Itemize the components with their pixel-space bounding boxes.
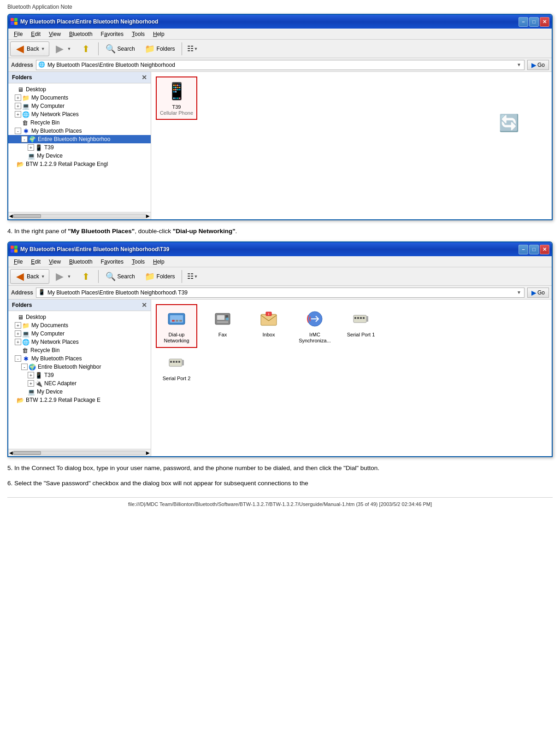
tree-item-btw-1[interactable]: 📂 BTW 1.2.2.9 Retail Package Engl — [8, 160, 151, 168]
expand-neighborhood-2[interactable]: - — [21, 364, 28, 370]
menu-help-2[interactable]: Help — [149, 258, 168, 266]
forward-button-1[interactable]: ▶ ▼ — [50, 41, 76, 56]
folder-tree-1[interactable]: 🖥 Desktop + 📁 My Documents + 💻 My Comput… — [8, 83, 151, 212]
menu-favorites-1[interactable]: Favorites — [97, 30, 127, 38]
scrollbar-area-1[interactable]: ◀ ▶ — [8, 212, 151, 219]
address-dropdown-arrow-1[interactable]: ▼ — [516, 62, 522, 67]
expand-nec-2[interactable]: + — [28, 380, 34, 387]
go-button-1[interactable]: ▶ Go — [527, 60, 549, 70]
menu-bluetooth-2[interactable]: Bluetooth — [65, 258, 96, 266]
scroll-right-btn-1[interactable]: ▶ — [146, 213, 150, 218]
folder-tree-2[interactable]: 🖥 Desktop + 📁 My Documents + 💻 My Comput… — [8, 311, 151, 449]
tree-item-desktop-1[interactable]: 🖥 Desktop — [8, 85, 151, 94]
expand-mycomputer-1[interactable]: + — [15, 103, 21, 109]
tree-item-recycle-1[interactable]: 🗑 Recycle Bin — [8, 118, 151, 127]
address-input-1[interactable]: 🌐 My Bluetooth Places\Entire Bluetooth N… — [36, 60, 525, 70]
scroll-left-btn-1[interactable]: ◀ — [9, 213, 13, 218]
minimize-button-1[interactable]: – — [519, 17, 528, 27]
expand-neighborhood-1[interactable]: - — [21, 136, 28, 142]
tree-item-mydevice-1[interactable]: 💻 My Device — [8, 152, 151, 160]
right-pane-2[interactable]: Dial-upNetworking Fax — [151, 300, 552, 456]
search-button-1[interactable]: 🔍 Search — [101, 41, 139, 56]
expand-t39-2[interactable]: + — [28, 372, 34, 378]
file-item-serial1[interactable]: Serial Port 1 — [340, 304, 382, 341]
close-button-2[interactable]: ✕ — [540, 245, 549, 254]
tree-item-mydevice-2[interactable]: 💻 My Device — [8, 388, 151, 396]
menu-edit-1[interactable]: Edit — [27, 30, 44, 38]
back-dropdown-icon-2[interactable]: ▼ — [41, 274, 45, 279]
address-text-2: My Bluetooth Places\Entire Bluetooth Nei… — [47, 289, 514, 296]
back-button-1[interactable]: ◀ Back ▼ — [10, 41, 49, 56]
tree-item-mydocs-1[interactable]: + 📁 My Documents — [8, 94, 151, 102]
menu-tools-2[interactable]: Tools — [128, 258, 148, 266]
h-scrollbar-2[interactable] — [13, 451, 146, 455]
search-button-2[interactable]: 🔍 Search — [101, 269, 139, 284]
menu-help-1[interactable]: Help — [149, 30, 168, 38]
tree-item-t39-1[interactable]: + 📱 T39 — [8, 143, 151, 152]
menu-tools-1[interactable]: Tools — [128, 30, 148, 38]
menu-bluetooth-1[interactable]: Bluetooth — [65, 30, 96, 38]
tree-item-mydocs-2[interactable]: + 📁 My Documents — [8, 321, 151, 329]
expand-bluetooth-1[interactable]: - — [15, 128, 21, 134]
file-item-serial2[interactable]: Serial Port 2 — [156, 348, 197, 385]
address-input-2[interactable]: 📱 My Bluetooth Places\Entire Bluetooth N… — [36, 288, 525, 298]
tree-item-mycomputer-1[interactable]: + 💻 My Computer — [8, 102, 151, 110]
tree-item-recycle-2[interactable]: 🗑 Recycle Bin — [8, 346, 151, 354]
maximize-button-1[interactable]: □ — [529, 17, 539, 27]
up-button-2[interactable]: ⬆ — [77, 269, 96, 284]
menu-file-2[interactable]: File — [10, 258, 26, 266]
right-pane-1[interactable]: 📱 T39Cellular Phone 🔄 — [151, 72, 552, 219]
folders-button-1[interactable]: 📁 Folders — [140, 41, 179, 56]
minimize-button-2[interactable]: – — [519, 245, 528, 254]
views-dropdown-icon-2[interactable]: ▼ — [194, 274, 198, 279]
tree-item-neighborhood-1[interactable]: - 🌍 Entire Bluetooth Neighborhoo — [8, 135, 151, 143]
expand-bluetooth-2[interactable]: - — [15, 355, 21, 362]
tree-item-desktop-2[interactable]: 🖥 Desktop — [8, 313, 151, 321]
menu-view-1[interactable]: View — [45, 30, 65, 38]
tree-item-network-2[interactable]: + 🌐 My Network Places — [8, 338, 151, 346]
views-button-1[interactable]: ☷ ▼ — [184, 42, 201, 55]
close-button-1[interactable]: ✕ — [540, 17, 549, 27]
file-item-t39[interactable]: 📱 T39Cellular Phone — [156, 76, 197, 120]
tree-item-network-1[interactable]: + 🌐 My Network Places — [8, 110, 151, 118]
menu-file-1[interactable]: File — [10, 30, 26, 38]
file-item-dialup[interactable]: Dial-upNetworking — [156, 304, 197, 347]
folders-button-2[interactable]: 📁 Folders — [140, 269, 179, 284]
views-button-2[interactable]: ☷ ▼ — [184, 270, 201, 282]
expand-mydocs-2[interactable]: + — [15, 322, 21, 329]
expand-mydocs-1[interactable]: + — [15, 94, 21, 101]
tree-item-neighborhood-2[interactable]: - 🌍 Entire Bluetooth Neighbor — [8, 363, 151, 371]
h-scrollbar-1[interactable] — [13, 214, 146, 218]
menu-favorites-2[interactable]: Favorites — [97, 258, 127, 266]
expand-network-1[interactable]: + — [15, 111, 21, 118]
tree-item-bluetooth-2[interactable]: - ✱ My Bluetooth Places — [8, 354, 151, 363]
expand-mycomputer-2[interactable]: + — [15, 330, 21, 337]
forward-button-2[interactable]: ▶ ▼ — [50, 269, 76, 284]
menu-view-2[interactable]: View — [45, 258, 65, 266]
folders-close-button-2[interactable]: ✕ — [141, 301, 147, 309]
file-item-irmc[interactable]: IrMCSynchroniza... — [294, 304, 336, 347]
go-button-2[interactable]: ▶ Go — [527, 288, 549, 298]
views-dropdown-icon[interactable]: ▼ — [194, 47, 198, 51]
forward-dropdown-icon[interactable]: ▼ — [67, 47, 71, 51]
back-button-2[interactable]: ◀ Back ▼ — [10, 269, 49, 284]
file-item-fax[interactable]: Fax — [202, 304, 243, 341]
address-dropdown-arrow-2[interactable]: ▼ — [516, 290, 522, 295]
tree-item-bluetooth-1[interactable]: - ✱ My Bluetooth Places — [8, 127, 151, 135]
tree-item-btw-2[interactable]: 📂 BTW 1.2.2.9 Retail Package E — [8, 396, 151, 404]
tree-item-t39-2[interactable]: + 📱 T39 — [8, 371, 151, 379]
forward-dropdown-icon-2[interactable]: ▼ — [67, 274, 71, 279]
up-button-1[interactable]: ⬆ — [77, 41, 96, 56]
scroll-left-btn-2[interactable]: ◀ — [9, 450, 13, 455]
tree-item-nec-2[interactable]: + 🔌 NEC Adapter — [8, 379, 151, 388]
maximize-button-2[interactable]: □ — [529, 245, 539, 254]
back-dropdown-icon[interactable]: ▼ — [41, 47, 45, 51]
scroll-right-btn-2[interactable]: ▶ — [146, 450, 150, 455]
folders-close-button-1[interactable]: ✕ — [141, 74, 147, 81]
menu-edit-2[interactable]: Edit — [27, 258, 44, 266]
tree-item-mycomputer-2[interactable]: + 💻 My Computer — [8, 329, 151, 338]
expand-network-2[interactable]: + — [15, 339, 21, 345]
scrollbar-area-2[interactable]: ◀ ▶ — [8, 449, 151, 456]
file-item-inbox[interactable]: i Inbox — [248, 304, 289, 341]
expand-t39-1[interactable]: + — [28, 144, 34, 151]
